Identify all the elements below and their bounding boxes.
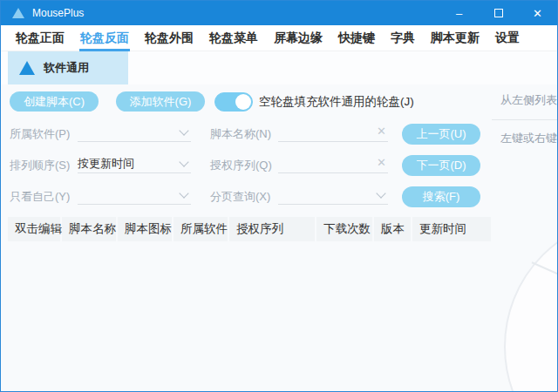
chevron-down-icon bbox=[179, 157, 188, 166]
subtab-label: 软件通用 bbox=[44, 60, 89, 76]
minimize-button[interactable]: – bbox=[439, 1, 479, 25]
prev-page-button[interactable]: 上一页(U) bbox=[402, 124, 480, 145]
main-tabbar: 轮盘正面 轮盘反面 轮盘外围 轮盘菜单 屏幕边缘 快捷键 字典 脚本更新 设置 bbox=[1, 25, 557, 51]
tab-dictionary[interactable]: 字典 bbox=[383, 25, 423, 51]
sort-order-label: 排列顺序(S) bbox=[10, 158, 83, 173]
col-script-name: 脚本名称 bbox=[62, 217, 118, 241]
only-mine-select[interactable] bbox=[78, 186, 191, 205]
sort-order-select[interactable]: 按更新时间 bbox=[78, 154, 191, 173]
create-script-button[interactable]: 创建脚本(C) bbox=[10, 91, 99, 112]
app-logo-icon bbox=[12, 8, 24, 18]
wheel-preview-circle bbox=[504, 216, 558, 392]
next-page-button[interactable]: 下一页(D) bbox=[402, 155, 480, 176]
fill-empty-wheel-toggle[interactable] bbox=[214, 92, 253, 112]
script-table-header: 双击编辑 脚本名称 脚本图标 所属软件 授权序列 下载次数 版本 更新时间 bbox=[8, 217, 491, 241]
close-button[interactable]: ✕ bbox=[518, 1, 557, 25]
col-update-time: 更新时间 bbox=[412, 217, 491, 241]
chevron-down-icon bbox=[376, 188, 385, 198]
add-software-button[interactable]: 添加软件(G) bbox=[116, 91, 205, 112]
chevron-down-icon bbox=[179, 188, 188, 198]
maximize-icon bbox=[494, 9, 503, 17]
window-controls: – ✕ bbox=[439, 1, 557, 25]
tab-wheel-outer[interactable]: 轮盘外围 bbox=[137, 25, 201, 51]
titlebar: MousePlus – ✕ bbox=[1, 1, 557, 25]
script-name-label: 脚本名称(N) bbox=[210, 126, 280, 142]
search-button[interactable]: 搜索(F) bbox=[402, 186, 480, 207]
col-owner-software: 所属软件 bbox=[174, 217, 229, 241]
clear-icon[interactable]: ✕ bbox=[377, 156, 386, 169]
side-hint-bottom: 左键或右键 bbox=[500, 131, 557, 146]
script-name-input[interactable]: ✕ bbox=[278, 123, 388, 142]
triangle-logo-icon bbox=[19, 61, 35, 75]
tab-wheel-menu[interactable]: 轮盘菜单 bbox=[201, 25, 266, 51]
col-download-count: 下载次数 bbox=[316, 217, 374, 241]
side-divider bbox=[492, 119, 558, 120]
col-script-icon: 脚本图标 bbox=[118, 217, 174, 241]
tab-hotkeys[interactable]: 快捷键 bbox=[330, 25, 383, 51]
auth-serial-input[interactable]: ✕ bbox=[278, 154, 388, 173]
tab-wheel-back[interactable]: 轮盘反面 bbox=[72, 25, 137, 51]
sort-order-value: 按更新时间 bbox=[78, 156, 134, 172]
subtab-software-general[interactable]: 软件通用 bbox=[8, 51, 128, 84]
fill-toggle-label: 空轮盘填充软件通用的轮盘(J) bbox=[259, 94, 414, 110]
subtab-strip: 软件通用 bbox=[1, 51, 557, 84]
auth-serial-label: 授权序列(Q) bbox=[210, 158, 280, 173]
window-title: MousePlus bbox=[32, 7, 84, 19]
tab-script-update[interactable]: 脚本更新 bbox=[423, 25, 487, 51]
col-double-click-edit: 双击编辑 bbox=[8, 217, 62, 241]
chevron-down-icon bbox=[179, 125, 188, 135]
page-query-select[interactable] bbox=[278, 186, 388, 205]
clear-icon[interactable]: ✕ bbox=[377, 125, 386, 138]
tab-screen-edge[interactable]: 屏幕边缘 bbox=[266, 25, 330, 51]
mouseplus-window: MousePlus – ✕ 轮盘正面 轮盘反面 轮盘外围 轮盘菜单 屏幕边缘 快… bbox=[0, 0, 558, 392]
tab-settings[interactable]: 设置 bbox=[487, 25, 527, 51]
toggle-knob bbox=[235, 94, 251, 110]
page-query-label: 分页查询(X) bbox=[210, 189, 280, 205]
owner-software-label: 所属软件(P) bbox=[10, 126, 83, 142]
maximize-button[interactable] bbox=[479, 1, 518, 25]
col-version: 版本 bbox=[374, 217, 412, 241]
only-mine-label: 只看自己(Y) bbox=[10, 189, 83, 205]
owner-software-select[interactable] bbox=[78, 123, 191, 142]
side-hint-top: 从左侧列表 bbox=[500, 92, 557, 108]
tab-wheel-front[interactable]: 轮盘正面 bbox=[8, 25, 72, 51]
col-auth-serial: 授权序列 bbox=[229, 217, 316, 241]
